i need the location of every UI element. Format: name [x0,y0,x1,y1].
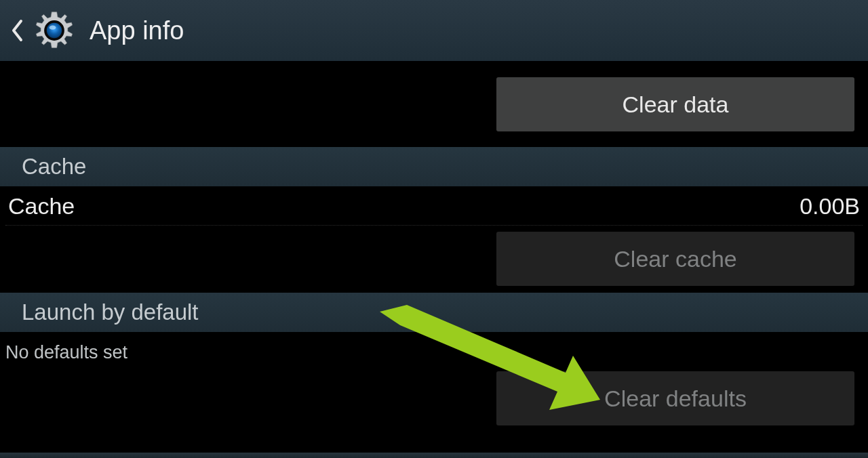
cache-row: Cache 0.00B [0,187,868,225]
header-bar: App info [0,0,868,62]
clear-cache-area: Clear cache [0,226,868,292]
page-title: App info [90,16,184,45]
chevron-left-icon [11,19,23,42]
clear-defaults-button[interactable]: Clear defaults [496,371,854,425]
svg-point-2 [50,26,56,30]
section-header-cache-label: Cache [22,154,86,180]
cache-value: 0.00B [800,193,860,220]
cache-label: Cache [8,193,75,220]
defaults-status: No defaults set [0,333,868,368]
app-info-screen: App info Clear data Cache Cache 0.00B Cl… [0,0,868,458]
section-header-cache: Cache [0,146,868,187]
svg-point-1 [47,23,62,38]
clear-defaults-area: Clear defaults [0,368,868,429]
bottom-divider [0,453,868,458]
section-header-launch-label: Launch by default [22,299,199,325]
clear-data-area: Clear data [0,62,868,146]
back-button[interactable] [8,16,26,45]
settings-gear-icon [31,7,77,54]
clear-data-button[interactable]: Clear data [496,77,854,131]
clear-cache-button[interactable]: Clear cache [496,232,854,286]
section-header-launch: Launch by default [0,292,868,333]
